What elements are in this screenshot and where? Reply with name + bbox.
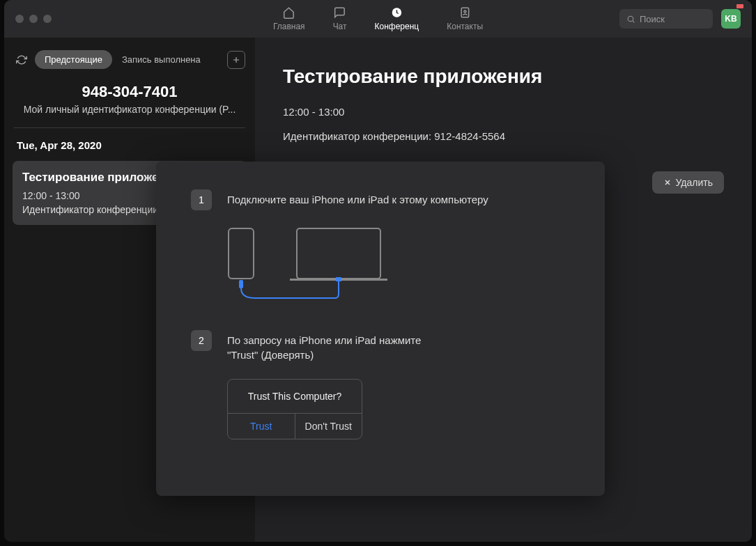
- search-placeholder: Поиск: [640, 14, 665, 24]
- delete-button[interactable]: Удалить: [652, 171, 724, 194]
- nav-chat[interactable]: Чат: [333, 6, 347, 31]
- device-diagram: [227, 227, 570, 306]
- tab-upcoming[interactable]: Предстоящие: [35, 50, 112, 69]
- delete-label: Удалить: [676, 177, 713, 188]
- nav-home-label: Главная: [273, 22, 305, 31]
- contacts-icon: [458, 6, 471, 19]
- date-header: Tue, Apr 28, 2020: [14, 139, 245, 151]
- svg-rect-8: [336, 277, 341, 281]
- svg-point-3: [628, 16, 633, 22]
- nav-tabs: Главная Чат Конференц Контакты: [273, 6, 483, 31]
- search-icon: [626, 15, 635, 24]
- home-icon: [283, 6, 295, 19]
- dont-trust-button[interactable]: Don't Trust: [295, 414, 362, 439]
- pmi-block[interactable]: 948-304-7401 Мой личный идентификатор ко…: [14, 83, 245, 115]
- meeting-detail-title: Тестирование приложения: [283, 65, 724, 88]
- trust-prompt: Trust This Computer? Trust Don't Trust: [227, 379, 362, 439]
- refresh-button[interactable]: [14, 52, 29, 68]
- meeting-detail-id: Идентификатор конференции: 912-4824-5564: [283, 130, 724, 142]
- nav-contacts-label: Контакты: [447, 22, 483, 31]
- tab-group: Предстоящие Запись выполнена: [35, 50, 210, 69]
- close-icon: [663, 178, 672, 187]
- avatar[interactable]: KB: [721, 9, 741, 29]
- step-1-badge: 1: [191, 189, 212, 210]
- connect-device-modal: 1 Подключите ваш iPhone или iPad к этому…: [156, 162, 605, 496]
- nav-home[interactable]: Главная: [273, 6, 305, 31]
- nav-contacts[interactable]: Контакты: [447, 6, 483, 31]
- search-input[interactable]: Поиск: [619, 9, 713, 29]
- titlebar: Главная Чат Конференц Контакты: [4, 0, 752, 38]
- close-dot[interactable]: [15, 15, 24, 23]
- refresh-icon: [16, 54, 27, 65]
- trust-button[interactable]: Trust: [228, 414, 295, 439]
- nav-chat-label: Чат: [333, 22, 347, 31]
- svg-point-2: [464, 10, 466, 13]
- pmi-number: 948-304-7401: [14, 83, 245, 101]
- step-2-text: По запросу на iPhone или iPad нажмите "T…: [227, 330, 429, 362]
- app-window: Главная Чат Конференц Контакты: [4, 0, 752, 542]
- tab-recorded[interactable]: Запись выполнена: [112, 50, 210, 69]
- maximize-dot[interactable]: [43, 15, 52, 23]
- divider: [14, 127, 245, 128]
- plus-icon: [231, 55, 241, 65]
- recording-indicator-icon: [736, 4, 743, 8]
- svg-rect-5: [297, 228, 380, 279]
- chat-icon: [334, 6, 346, 19]
- svg-rect-7: [239, 280, 243, 288]
- window-controls: [15, 15, 52, 23]
- add-meeting-button[interactable]: [227, 51, 245, 69]
- clock-icon: [390, 6, 403, 19]
- step-2-badge: 2: [191, 330, 212, 351]
- nav-meetings-label: Конференц: [375, 22, 419, 31]
- pmi-label: Мой личный идентификатор конференции (P.…: [14, 104, 245, 115]
- step-1-text: Подключите ваш iPhone или iPad к этому к…: [227, 189, 488, 210]
- meeting-detail-time: 12:00 - 13:00: [283, 106, 724, 118]
- trust-title: Trust This Computer?: [228, 380, 362, 413]
- svg-rect-4: [229, 228, 254, 279]
- minimize-dot[interactable]: [29, 15, 38, 23]
- nav-meetings[interactable]: Конференц: [375, 6, 419, 31]
